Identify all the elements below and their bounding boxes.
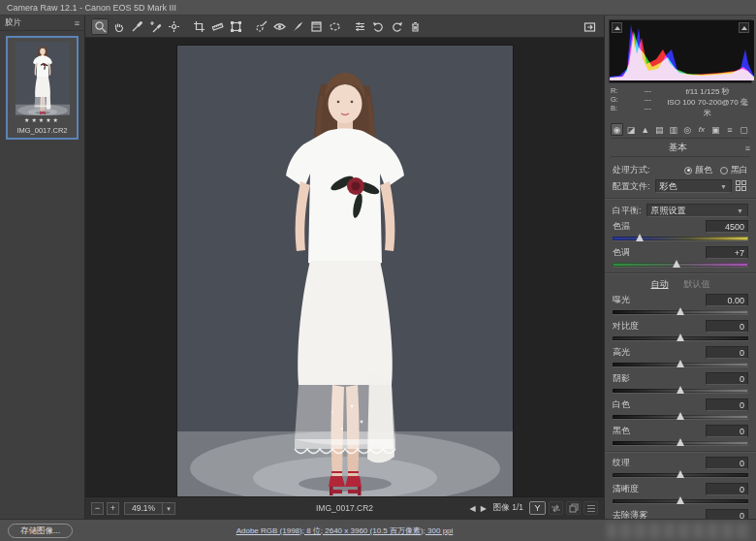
auto-link[interactable]: 自动 [651, 278, 669, 291]
preview-options-icon[interactable] [583, 501, 598, 515]
rotate-right-icon[interactable] [388, 18, 405, 35]
panel-menu-icon[interactable]: ≡ [745, 143, 750, 153]
tab-calibration[interactable]: ▣ [709, 123, 722, 136]
treatment-color-radio[interactable]: 颜色 [684, 164, 712, 176]
profile-label: 配置文件: [613, 180, 650, 193]
dehaze-value[interactable]: 0 [706, 509, 748, 519]
whites-value[interactable]: 0 [706, 398, 748, 411]
contrast-label: 对比度 [613, 320, 639, 333]
image-canvas[interactable] [85, 38, 604, 496]
workflow-options-link[interactable]: Adobe RGB (1998); 8 位; 2640 x 3960 (10.5… [85, 525, 604, 536]
slider-thumb[interactable] [677, 438, 684, 446]
zoom-in-button[interactable]: + [107, 502, 119, 515]
red-eye-tool-icon[interactable] [270, 18, 288, 35]
rating-stars[interactable]: ★★★★★ [24, 117, 60, 124]
slider-thumb[interactable] [677, 412, 684, 420]
before-after-toggle-button[interactable]: Y [529, 501, 546, 515]
g-label: G: [611, 95, 618, 104]
white-balance-tool-icon[interactable] [128, 18, 145, 35]
slider-thumb[interactable] [636, 234, 644, 241]
slider-thumb[interactable] [677, 386, 684, 394]
texture-slider-row: 纹理0 [613, 457, 748, 477]
color-sampler-tool-icon[interactable] [146, 18, 164, 35]
highlights-value[interactable]: 0 [706, 346, 748, 359]
preferences-icon[interactable] [351, 18, 368, 35]
slider-thumb[interactable] [677, 334, 684, 341]
temperature-slider[interactable] [613, 237, 748, 240]
profile-select[interactable]: 彩色▼ [655, 179, 732, 193]
zoom-level-value[interactable]: 49.1% [124, 502, 163, 515]
next-image-button[interactable]: ▶ [480, 504, 488, 513]
targeted-adjustment-tool-icon[interactable] [165, 18, 182, 35]
slider-thumb[interactable] [677, 307, 684, 315]
tab-lens-corrections[interactable]: ◎ [681, 123, 694, 136]
clarity-value[interactable]: 0 [706, 483, 748, 495]
clarity-slider-row: 清晰度0 [613, 483, 748, 503]
exposure-value[interactable]: 0.00 [706, 294, 748, 306]
texture-value[interactable]: 0 [706, 457, 748, 469]
exif-iso-lens: ISO 100 70-200@70 毫米 [665, 97, 750, 118]
delete-icon[interactable] [406, 18, 424, 35]
copy-settings-icon[interactable] [566, 501, 581, 515]
treatment-bw-radio[interactable]: 黑白 [720, 164, 748, 176]
r-value: --- [645, 86, 652, 95]
zoom-level-dropdown-icon[interactable]: ▾ [163, 502, 175, 515]
save-image-button[interactable]: 存储图像... [8, 524, 73, 538]
clarity-label: 清晰度 [613, 483, 639, 495]
zoom-tool-icon[interactable] [91, 18, 109, 35]
default-link[interactable]: 默认值 [684, 278, 710, 291]
swap-before-after-icon[interactable] [549, 501, 563, 515]
shadow-clipping-toggle[interactable] [612, 22, 622, 33]
rotate-left-icon[interactable] [369, 18, 387, 35]
tab-split-toning[interactable]: ▥ [667, 123, 679, 136]
whites-slider[interactable] [613, 415, 748, 419]
adjustment-brush-tool-icon[interactable] [289, 18, 306, 35]
radial-filter-tool-icon[interactable] [326, 18, 343, 35]
shadows-value[interactable]: 0 [706, 372, 748, 385]
tab-snapshots[interactable]: ▢ [738, 123, 750, 136]
blacks-slider[interactable] [613, 441, 748, 445]
histogram [609, 19, 752, 83]
contrast-slider[interactable] [613, 336, 748, 340]
highlight-clipping-toggle[interactable] [739, 22, 749, 33]
tab-effects[interactable]: fx [695, 123, 708, 136]
crop-tool-icon[interactable] [190, 18, 207, 35]
white-balance-select[interactable]: 原照设置▼ [646, 204, 748, 217]
slider-thumb[interactable] [677, 470, 684, 478]
tab-hsl[interactable]: ▤ [653, 123, 666, 136]
tint-value[interactable]: +7 [706, 246, 748, 259]
texture-slider[interactable] [613, 473, 748, 477]
temperature-value[interactable]: 4500 [706, 220, 748, 233]
tab-detail[interactable]: ▲ [639, 123, 651, 136]
fullscreen-toggle-icon[interactable] [581, 18, 598, 35]
shadows-slider[interactable] [613, 389, 748, 393]
contrast-value[interactable]: 0 [706, 320, 748, 333]
basic-panel-body: 处理方式: 颜色 黑白 配置文件: 彩色▼ 白平衡: [605, 159, 756, 519]
spot-removal-tool-icon[interactable] [252, 18, 269, 35]
tint-slider[interactable] [613, 263, 748, 267]
previous-image-button[interactable]: ◀ [469, 504, 477, 513]
exposure-slider[interactable] [613, 310, 748, 314]
clarity-slider[interactable] [613, 499, 748, 503]
radio-unselected-icon [720, 167, 728, 175]
graduated-filter-tool-icon[interactable] [307, 18, 325, 35]
histogram-plot [610, 20, 754, 80]
tab-basic[interactable]: ◉ [611, 123, 623, 136]
slider-thumb[interactable] [677, 496, 684, 504]
section-divider [605, 272, 756, 274]
slider-thumb[interactable] [673, 260, 680, 268]
filmstrip-menu-icon[interactable]: ≡ [75, 18, 79, 28]
transform-tool-icon[interactable] [227, 18, 244, 35]
straighten-tool-icon[interactable] [208, 18, 226, 35]
tab-presets[interactable]: ≡ [723, 123, 736, 136]
slider-thumb[interactable] [677, 360, 684, 367]
camera-raw-window: Camera Raw 12.1 - Canon EOS 5D Mark III … [0, 0, 756, 541]
hand-tool-icon[interactable] [110, 18, 127, 35]
tab-tone-curve[interactable]: ◪ [625, 123, 638, 136]
blacks-value[interactable]: 0 [706, 425, 748, 437]
filmstrip-thumbnail[interactable]: ★★★★★ IMG_0017.CR2 [6, 36, 79, 140]
highlights-slider[interactable] [613, 363, 748, 366]
zoom-out-button[interactable]: − [91, 502, 104, 515]
profile-browser-icon[interactable] [736, 180, 748, 193]
status-bar: − + 49.1% ▾ IMG_0017.CR2 ◀ ▶ 图像 1/1 Y [85, 496, 604, 519]
